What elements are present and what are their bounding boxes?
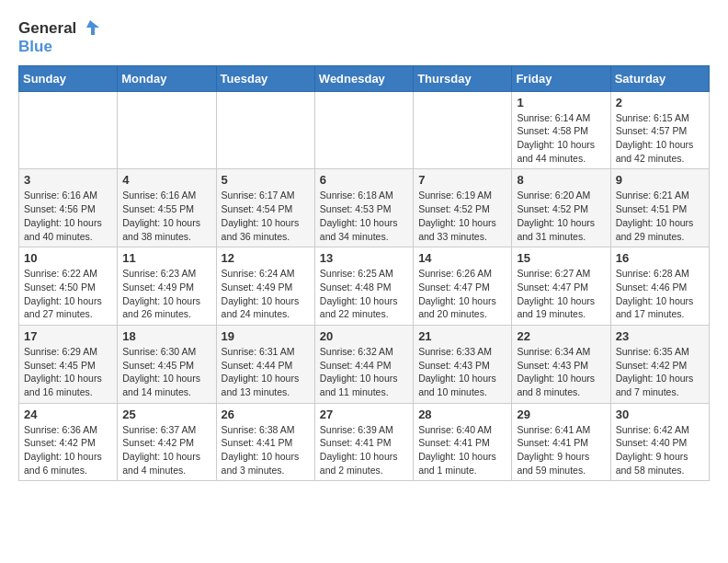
day-cell: 8Sunrise: 6:20 AM Sunset: 4:52 PM Daylig… (512, 169, 610, 247)
day-info: Sunrise: 6:36 AM Sunset: 4:42 PM Dayligh… (24, 423, 112, 477)
day-info: Sunrise: 6:23 AM Sunset: 4:49 PM Dayligh… (122, 267, 210, 321)
day-info: Sunrise: 6:14 AM Sunset: 4:58 PM Dayligh… (517, 111, 605, 166)
weekday-header-thursday: Thursday (414, 65, 512, 91)
week-row-2: 3Sunrise: 6:16 AM Sunset: 4:56 PM Daylig… (19, 169, 710, 247)
day-number: 13 (320, 251, 408, 265)
day-cell (216, 91, 314, 169)
day-info: Sunrise: 6:39 AM Sunset: 4:41 PM Dayligh… (320, 423, 408, 477)
day-cell: 23Sunrise: 6:35 AM Sunset: 4:42 PM Dayli… (610, 325, 709, 403)
day-cell: 15Sunrise: 6:27 AM Sunset: 4:47 PM Dayli… (512, 247, 610, 326)
logo-container: General Blue (18, 18, 99, 56)
day-number: 24 (24, 408, 112, 421)
day-number: 9 (616, 173, 704, 187)
day-info: Sunrise: 6:21 AM Sunset: 4:51 PM Dayligh… (616, 189, 704, 243)
day-cell: 5Sunrise: 6:17 AM Sunset: 4:54 PM Daylig… (216, 169, 314, 247)
day-number: 17 (24, 329, 112, 343)
day-info: Sunrise: 6:41 AM Sunset: 4:41 PM Dayligh… (517, 423, 605, 477)
day-cell (414, 91, 512, 169)
day-info: Sunrise: 6:31 AM Sunset: 4:44 PM Dayligh… (222, 345, 310, 399)
day-info: Sunrise: 6:26 AM Sunset: 4:47 PM Dayligh… (418, 267, 506, 321)
day-info: Sunrise: 6:27 AM Sunset: 4:47 PM Dayligh… (517, 267, 605, 321)
day-info: Sunrise: 6:32 AM Sunset: 4:44 PM Dayligh… (320, 345, 408, 399)
day-cell: 17Sunrise: 6:29 AM Sunset: 4:45 PM Dayli… (19, 325, 118, 403)
day-number: 10 (24, 251, 112, 265)
day-cell: 12Sunrise: 6:24 AM Sunset: 4:49 PM Dayli… (216, 247, 314, 326)
day-info: Sunrise: 6:28 AM Sunset: 4:46 PM Dayligh… (616, 267, 704, 321)
day-number: 3 (24, 173, 112, 187)
logo-bird-icon (79, 18, 99, 39)
day-info: Sunrise: 6:37 AM Sunset: 4:42 PM Dayligh… (122, 423, 210, 477)
logo-general-text: General (18, 20, 76, 38)
day-number: 8 (517, 173, 605, 187)
day-info: Sunrise: 6:20 AM Sunset: 4:52 PM Dayligh… (517, 189, 605, 243)
day-info: Sunrise: 6:22 AM Sunset: 4:50 PM Dayligh… (24, 267, 112, 321)
day-info: Sunrise: 6:25 AM Sunset: 4:48 PM Dayligh… (320, 267, 408, 321)
weekday-header-sunday: Sunday (19, 65, 118, 91)
logo-blue-text: Blue (18, 39, 52, 56)
day-cell: 13Sunrise: 6:25 AM Sunset: 4:48 PM Dayli… (314, 247, 413, 326)
day-number: 5 (222, 173, 310, 187)
day-number: 29 (517, 408, 605, 421)
day-cell: 3Sunrise: 6:16 AM Sunset: 4:56 PM Daylig… (19, 169, 118, 247)
day-info: Sunrise: 6:15 AM Sunset: 4:57 PM Dayligh… (616, 111, 704, 166)
week-row-4: 17Sunrise: 6:29 AM Sunset: 4:45 PM Dayli… (19, 325, 710, 403)
day-number: 6 (320, 173, 408, 187)
day-number: 1 (517, 96, 605, 109)
day-cell: 18Sunrise: 6:30 AM Sunset: 4:45 PM Dayli… (118, 325, 216, 403)
day-number: 14 (418, 251, 506, 265)
day-cell: 26Sunrise: 6:38 AM Sunset: 4:41 PM Dayli… (216, 403, 314, 481)
day-number: 30 (616, 408, 704, 421)
weekday-header-tuesday: Tuesday (216, 65, 314, 91)
day-cell: 21Sunrise: 6:33 AM Sunset: 4:43 PM Dayli… (414, 325, 512, 403)
day-cell: 30Sunrise: 6:42 AM Sunset: 4:40 PM Dayli… (610, 403, 709, 481)
weekday-header-friday: Friday (512, 65, 610, 91)
day-number: 28 (418, 408, 506, 421)
week-row-3: 10Sunrise: 6:22 AM Sunset: 4:50 PM Dayli… (19, 247, 710, 326)
day-cell (19, 91, 118, 169)
day-info: Sunrise: 6:17 AM Sunset: 4:54 PM Dayligh… (222, 189, 310, 243)
day-number: 22 (517, 329, 605, 343)
day-number: 20 (320, 329, 408, 343)
day-info: Sunrise: 6:19 AM Sunset: 4:52 PM Dayligh… (418, 189, 506, 243)
week-row-5: 24Sunrise: 6:36 AM Sunset: 4:42 PM Dayli… (19, 403, 710, 481)
day-cell: 16Sunrise: 6:28 AM Sunset: 4:46 PM Dayli… (610, 247, 709, 326)
day-number: 7 (418, 173, 506, 187)
day-number: 18 (122, 329, 210, 343)
week-row-1: 1Sunrise: 6:14 AM Sunset: 4:58 PM Daylig… (19, 91, 710, 169)
day-cell: 1Sunrise: 6:14 AM Sunset: 4:58 PM Daylig… (512, 91, 610, 169)
day-info: Sunrise: 6:38 AM Sunset: 4:41 PM Dayligh… (222, 423, 310, 477)
day-cell (118, 91, 216, 169)
day-info: Sunrise: 6:30 AM Sunset: 4:45 PM Dayligh… (122, 345, 210, 399)
day-cell: 28Sunrise: 6:40 AM Sunset: 4:41 PM Dayli… (414, 403, 512, 481)
day-cell: 10Sunrise: 6:22 AM Sunset: 4:50 PM Dayli… (19, 247, 118, 326)
day-number: 12 (222, 251, 310, 265)
day-info: Sunrise: 6:42 AM Sunset: 4:40 PM Dayligh… (616, 423, 704, 477)
day-number: 27 (320, 408, 408, 421)
day-number: 26 (222, 408, 310, 421)
day-info: Sunrise: 6:35 AM Sunset: 4:42 PM Dayligh… (616, 345, 704, 399)
day-number: 11 (122, 251, 210, 265)
day-number: 19 (222, 329, 310, 343)
day-number: 2 (616, 96, 704, 109)
day-cell: 4Sunrise: 6:16 AM Sunset: 4:55 PM Daylig… (118, 169, 216, 247)
day-cell (314, 91, 413, 169)
day-cell: 9Sunrise: 6:21 AM Sunset: 4:51 PM Daylig… (610, 169, 709, 247)
weekday-header-row: SundayMondayTuesdayWednesdayThursdayFrid… (19, 65, 710, 91)
day-number: 15 (517, 251, 605, 265)
day-number: 16 (616, 251, 704, 265)
day-info: Sunrise: 6:16 AM Sunset: 4:56 PM Dayligh… (24, 189, 112, 243)
day-cell: 6Sunrise: 6:18 AM Sunset: 4:53 PM Daylig… (314, 169, 413, 247)
day-cell: 19Sunrise: 6:31 AM Sunset: 4:44 PM Dayli… (216, 325, 314, 403)
day-number: 21 (418, 329, 506, 343)
weekday-header-wednesday: Wednesday (314, 65, 413, 91)
day-info: Sunrise: 6:24 AM Sunset: 4:49 PM Dayligh… (222, 267, 310, 321)
day-cell: 7Sunrise: 6:19 AM Sunset: 4:52 PM Daylig… (414, 169, 512, 247)
day-cell: 27Sunrise: 6:39 AM Sunset: 4:41 PM Dayli… (314, 403, 413, 481)
day-info: Sunrise: 6:16 AM Sunset: 4:55 PM Dayligh… (122, 189, 210, 243)
day-info: Sunrise: 6:33 AM Sunset: 4:43 PM Dayligh… (418, 345, 506, 399)
day-info: Sunrise: 6:34 AM Sunset: 4:43 PM Dayligh… (517, 345, 605, 399)
day-info: Sunrise: 6:18 AM Sunset: 4:53 PM Dayligh… (320, 189, 408, 243)
weekday-header-monday: Monday (118, 65, 216, 91)
day-info: Sunrise: 6:29 AM Sunset: 4:45 PM Dayligh… (24, 345, 112, 399)
day-number: 25 (122, 408, 210, 421)
